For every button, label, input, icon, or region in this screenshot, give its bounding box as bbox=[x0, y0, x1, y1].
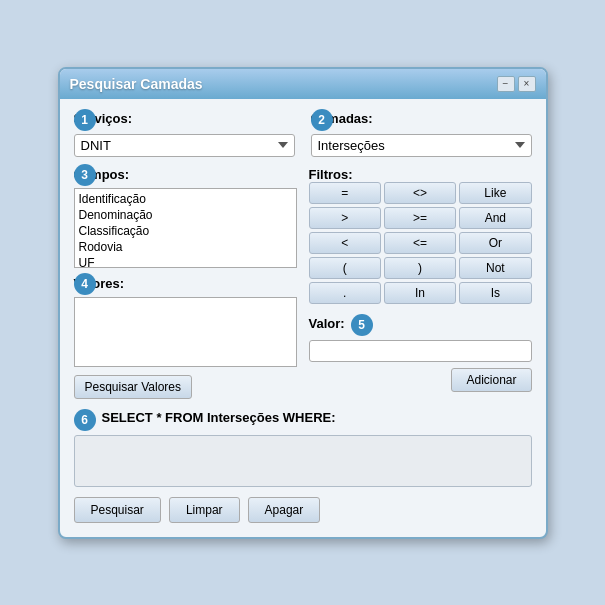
servicos-label-row: 1 Serviços: bbox=[74, 111, 295, 130]
filter-grid: = <> Like > >= And < <= Or ( ) Not . In bbox=[309, 182, 532, 304]
minimize-button[interactable]: − bbox=[497, 76, 515, 92]
step-6-circle: 6 bbox=[74, 409, 96, 431]
filter-equal-button[interactable]: = bbox=[309, 182, 381, 204]
step-4-circle: 4 bbox=[74, 273, 96, 295]
list-item[interactable]: UF bbox=[79, 255, 292, 268]
campos-list[interactable]: Identificação Denominação Classificação … bbox=[74, 188, 297, 268]
valor-input[interactable] bbox=[309, 340, 532, 362]
list-item[interactable]: Rodovia bbox=[79, 239, 292, 255]
query-section: 6 SELECT * FROM Interseções WHERE: bbox=[74, 409, 532, 487]
filter-or-button[interactable]: Or bbox=[459, 232, 531, 254]
servicos-section: 1 Serviços: DNIT IBGE ANA bbox=[74, 111, 295, 157]
query-box[interactable] bbox=[74, 435, 532, 487]
step-3-circle: 3 bbox=[74, 164, 96, 186]
campos-label-row: 3 Campos: bbox=[74, 167, 297, 184]
valores-list[interactable] bbox=[74, 297, 297, 367]
campos-section: 3 Campos: Identificação Denominação Clas… bbox=[74, 167, 297, 268]
pesquisar-button[interactable]: Pesquisar bbox=[74, 497, 161, 523]
valor-label-row: Valor: 5 bbox=[309, 314, 532, 336]
filter-lt-button[interactable]: < bbox=[309, 232, 381, 254]
valores-section: 4 Valores: bbox=[74, 276, 297, 367]
left-panel: 3 Campos: Identificação Denominação Clas… bbox=[74, 167, 297, 399]
filter-notequal-button[interactable]: <> bbox=[384, 182, 456, 204]
bottom-buttons: Pesquisar Limpar Apagar bbox=[74, 497, 532, 523]
filter-closeparen-button[interactable]: ) bbox=[384, 257, 456, 279]
adicionar-button[interactable]: Adicionar bbox=[451, 368, 531, 392]
close-button[interactable]: × bbox=[518, 76, 536, 92]
dialog-body: 1 Serviços: DNIT IBGE ANA 2 Camadas: Int… bbox=[60, 99, 546, 537]
list-item[interactable]: Classificação bbox=[79, 223, 292, 239]
apagar-button[interactable]: Apagar bbox=[248, 497, 321, 523]
filter-is-button[interactable]: Is bbox=[459, 282, 531, 304]
filter-lte-button[interactable]: <= bbox=[384, 232, 456, 254]
valor-label: Valor: bbox=[309, 316, 345, 331]
right-panel: Filtros: = <> Like > >= And < <= Or ( ) … bbox=[309, 167, 532, 399]
camadas-select[interactable]: Interseções Rodovias Municípios bbox=[311, 134, 532, 157]
valor-section: Valor: 5 bbox=[309, 314, 532, 362]
servicos-select[interactable]: DNIT IBGE ANA bbox=[74, 134, 295, 157]
step-1-circle: 1 bbox=[74, 109, 96, 131]
camadas-section: 2 Camadas: Interseções Rodovias Municípi… bbox=[311, 111, 532, 157]
filter-openparen-button[interactable]: ( bbox=[309, 257, 381, 279]
top-row: 1 Serviços: DNIT IBGE ANA 2 Camadas: Int… bbox=[74, 111, 532, 157]
step-5-circle: 5 bbox=[351, 314, 373, 336]
search-dialog: Pesquisar Camadas − × 1 Serviços: DNIT I… bbox=[58, 67, 548, 539]
filter-like-button[interactable]: Like bbox=[459, 182, 531, 204]
valores-label-row: 4 Valores: bbox=[74, 276, 297, 293]
filtros-section: Filtros: = <> Like > >= And < <= Or ( ) … bbox=[309, 167, 532, 308]
filter-gte-button[interactable]: >= bbox=[384, 207, 456, 229]
list-item[interactable]: Denominação bbox=[79, 207, 292, 223]
header-buttons: − × bbox=[497, 76, 536, 92]
step-2-circle: 2 bbox=[311, 109, 333, 131]
dialog-title: Pesquisar Camadas bbox=[70, 76, 203, 92]
filter-in-button[interactable]: In bbox=[384, 282, 456, 304]
dialog-header: Pesquisar Camadas − × bbox=[60, 69, 546, 99]
query-label: SELECT * FROM Interseções WHERE: bbox=[102, 410, 336, 425]
filter-gt-button[interactable]: > bbox=[309, 207, 381, 229]
main-content: 3 Campos: Identificação Denominação Clas… bbox=[74, 167, 532, 399]
list-item[interactable]: Identificação bbox=[79, 191, 292, 207]
filtros-label: Filtros: bbox=[309, 167, 353, 182]
pesquisar-valores-button[interactable]: Pesquisar Valores bbox=[74, 375, 193, 399]
limpar-button[interactable]: Limpar bbox=[169, 497, 240, 523]
filter-not-button[interactable]: Not bbox=[459, 257, 531, 279]
filter-and-button[interactable]: And bbox=[459, 207, 531, 229]
camadas-label-row: 2 Camadas: bbox=[311, 111, 532, 130]
filter-dot-button[interactable]: . bbox=[309, 282, 381, 304]
